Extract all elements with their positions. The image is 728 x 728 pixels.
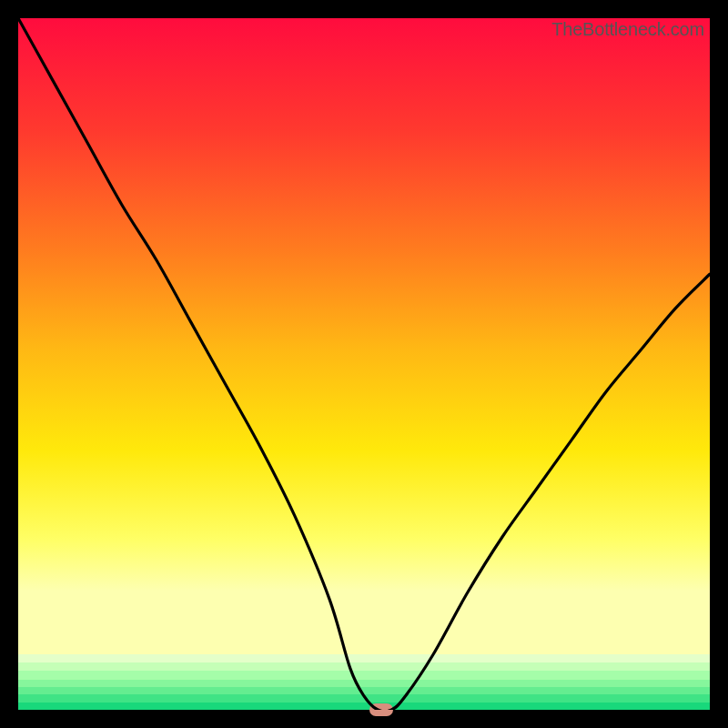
curve-path — [18, 18, 710, 710]
attribution-label: TheBottleneck.com — [551, 19, 704, 40]
chart-area: TheBottleneck.com — [18, 18, 710, 710]
bottleneck-curve — [18, 18, 710, 710]
